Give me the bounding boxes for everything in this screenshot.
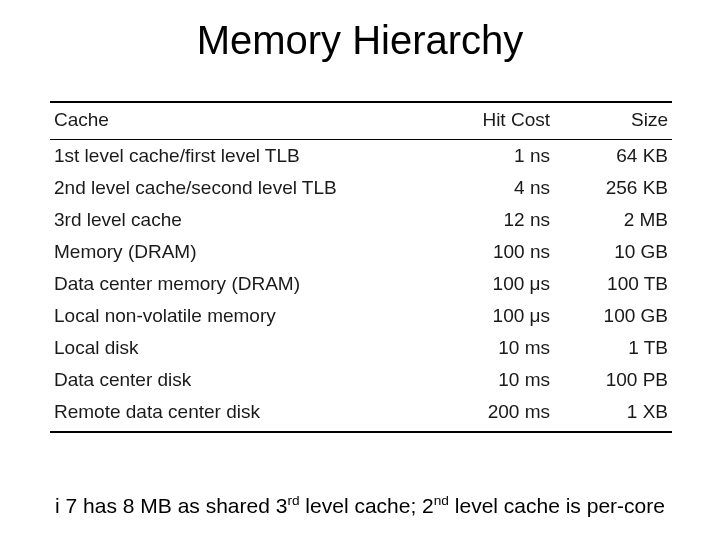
cell-size: 100 TB — [554, 268, 672, 300]
cell-cache: 1st level cache/first level TLB — [50, 140, 406, 173]
cell-size: 1 TB — [554, 332, 672, 364]
cell-cache: 3rd level cache — [50, 204, 406, 236]
footnote-part: level cache; 2 — [300, 494, 434, 517]
memory-hierarchy-table: Cache Hit Cost Size 1st level cache/firs… — [50, 101, 672, 433]
cell-hit: 200 ms — [406, 396, 554, 432]
table-row: Data center memory (DRAM) 100 μs 100 TB — [50, 268, 672, 300]
table-row: Memory (DRAM) 100 ns 10 GB — [50, 236, 672, 268]
cell-hit: 12 ns — [406, 204, 554, 236]
table-row: Remote data center disk 200 ms 1 XB — [50, 396, 672, 432]
cell-size: 256 KB — [554, 172, 672, 204]
table-row: Local disk 10 ms 1 TB — [50, 332, 672, 364]
col-header-cache: Cache — [50, 102, 406, 140]
footnote-part: i 7 has 8 MB as shared 3 — [55, 494, 287, 517]
cell-cache: Data center memory (DRAM) — [50, 268, 406, 300]
cell-size: 1 XB — [554, 396, 672, 432]
footnote: i 7 has 8 MB as shared 3rd level cache; … — [0, 493, 720, 518]
cell-size: 10 GB — [554, 236, 672, 268]
table-row: Local non-volatile memory 100 μs 100 GB — [50, 300, 672, 332]
cell-cache: Local disk — [50, 332, 406, 364]
cell-hit: 10 ms — [406, 364, 554, 396]
cell-hit: 100 μs — [406, 268, 554, 300]
cell-hit: 100 ns — [406, 236, 554, 268]
cell-cache: Local non-volatile memory — [50, 300, 406, 332]
table-row: 2nd level cache/second level TLB 4 ns 25… — [50, 172, 672, 204]
memory-hierarchy-table-wrap: Cache Hit Cost Size 1st level cache/firs… — [50, 101, 672, 433]
cell-size: 64 KB — [554, 140, 672, 173]
cell-hit: 100 μs — [406, 300, 554, 332]
table-row: Data center disk 10 ms 100 PB — [50, 364, 672, 396]
cell-size: 2 MB — [554, 204, 672, 236]
footnote-sup: nd — [434, 493, 449, 508]
footnote-part: level cache is per-core — [449, 494, 665, 517]
cell-size: 100 GB — [554, 300, 672, 332]
footnote-sup: rd — [287, 493, 299, 508]
table-row: 3rd level cache 12 ns 2 MB — [50, 204, 672, 236]
col-header-size: Size — [554, 102, 672, 140]
cell-cache: Remote data center disk — [50, 396, 406, 432]
cell-cache: Data center disk — [50, 364, 406, 396]
cell-size: 100 PB — [554, 364, 672, 396]
cell-hit: 10 ms — [406, 332, 554, 364]
table-header-row: Cache Hit Cost Size — [50, 102, 672, 140]
cell-hit: 4 ns — [406, 172, 554, 204]
cell-hit: 1 ns — [406, 140, 554, 173]
slide: Memory Hierarchy Cache Hit Cost Size 1st… — [0, 0, 720, 540]
col-header-hit: Hit Cost — [406, 102, 554, 140]
cell-cache: Memory (DRAM) — [50, 236, 406, 268]
slide-title: Memory Hierarchy — [0, 0, 720, 73]
cell-cache: 2nd level cache/second level TLB — [50, 172, 406, 204]
table-row: 1st level cache/first level TLB 1 ns 64 … — [50, 140, 672, 173]
